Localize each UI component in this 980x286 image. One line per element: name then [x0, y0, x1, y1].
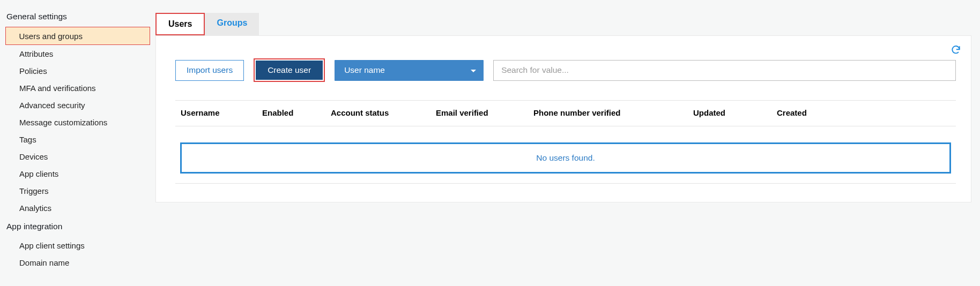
users-panel: Import users Create user User name Usern… — [155, 35, 971, 202]
tab-groups[interactable]: Groups — [205, 13, 259, 35]
column-header-username[interactable]: Username — [181, 108, 262, 117]
sidebar-item-label: Devices — [19, 152, 48, 161]
sidebar-item-mfa-verifications[interactable]: MFA and verifications — [5, 79, 150, 96]
sidebar-item-message-customizations[interactable]: Message customizations — [5, 114, 150, 131]
column-header-updated[interactable]: Updated — [693, 108, 777, 117]
create-user-highlight: Create user — [254, 58, 325, 82]
sidebar-item-label: Analytics — [19, 204, 51, 213]
users-table: Username Enabled Account status Email ve… — [175, 100, 956, 184]
tabs: Users Groups — [155, 13, 971, 35]
toolbar: Import users Create user User name — [175, 58, 956, 82]
sidebar-section-header-general: General settings — [5, 12, 150, 21]
sidebar-item-analytics[interactable]: Analytics — [5, 199, 150, 216]
refresh-icon[interactable] — [951, 44, 961, 55]
sidebar-item-label: Message customizations — [19, 118, 107, 127]
sidebar-item-label: Users and groups — [19, 32, 83, 41]
search-attribute-select[interactable]: User name — [335, 60, 484, 81]
sidebar-item-policies[interactable]: Policies — [5, 62, 150, 79]
sidebar-item-label: Triggers — [19, 186, 48, 195]
select-value: User name — [344, 65, 385, 75]
empty-state: No users found. — [180, 142, 951, 174]
column-header-created[interactable]: Created — [777, 108, 956, 117]
search-input[interactable] — [493, 60, 956, 81]
sidebar-item-label: Domain name — [19, 258, 69, 267]
sidebar-item-label: Policies — [19, 66, 47, 76]
column-header-account-status[interactable]: Account status — [331, 108, 436, 117]
sidebar-item-users-and-groups[interactable]: Users and groups — [5, 27, 150, 45]
sidebar-item-tags[interactable]: Tags — [5, 131, 150, 148]
sidebar-item-devices[interactable]: Devices — [5, 148, 150, 165]
sidebar-section-header-app-integration: App integration — [5, 222, 150, 231]
table-footer-divider — [175, 183, 956, 184]
column-header-email-verified[interactable]: Email verified — [436, 108, 533, 117]
column-header-phone-verified[interactable]: Phone number verified — [533, 108, 693, 117]
sidebar-nav: General settings Users and groups Attrib… — [0, 0, 150, 271]
empty-state-text: No users found. — [536, 153, 595, 162]
table-header-row: Username Enabled Account status Email ve… — [175, 101, 956, 126]
sidebar-item-app-clients[interactable]: App clients — [5, 165, 150, 182]
sidebar-item-label: MFA and verifications — [19, 84, 96, 93]
sidebar-item-domain-name[interactable]: Domain name — [5, 254, 150, 271]
sidebar-item-label: App clients — [19, 169, 58, 178]
tab-label: Groups — [217, 18, 247, 27]
import-users-button[interactable]: Import users — [175, 60, 244, 81]
sidebar-item-advanced-security[interactable]: Advanced security — [5, 96, 150, 114]
create-user-button[interactable]: Create user — [256, 61, 323, 80]
sidebar-item-label: Advanced security — [19, 101, 85, 110]
sidebar-item-attributes[interactable]: Attributes — [5, 45, 150, 62]
sidebar-item-label: Attributes — [19, 49, 53, 58]
tab-users[interactable]: Users — [155, 13, 205, 35]
sidebar-item-triggers[interactable]: Triggers — [5, 182, 150, 199]
main-content: Users Groups Import users Create user Us… — [150, 0, 980, 271]
sidebar-item-app-client-settings[interactable]: App client settings — [5, 237, 150, 254]
column-header-enabled[interactable]: Enabled — [262, 108, 331, 117]
tab-label: Users — [168, 19, 192, 28]
sidebar-item-label: Tags — [19, 135, 36, 144]
sidebar-item-label: App client settings — [19, 241, 85, 250]
